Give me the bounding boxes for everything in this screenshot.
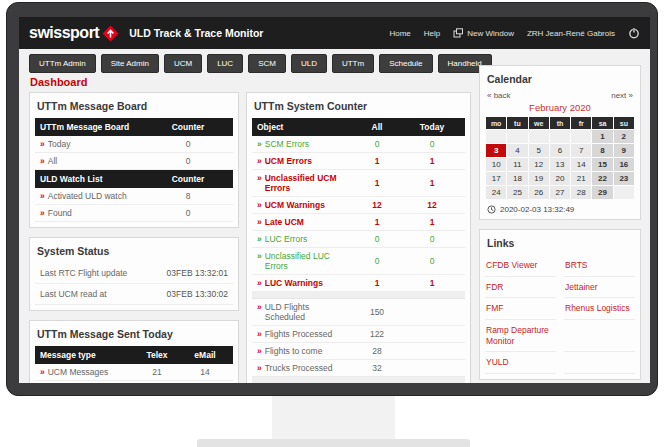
row-link[interactable]: SCM Errors	[265, 139, 309, 149]
weekday-header: sa	[592, 117, 612, 129]
table-row: Today 0	[35, 136, 233, 153]
calendar-day[interactable]: 28	[571, 186, 591, 199]
table-row: UCM Messages 21 14	[35, 364, 233, 381]
link-rhenus-logistics[interactable]: Rhenus Logistics	[564, 298, 635, 320]
arrow-bullet-icon	[257, 217, 262, 227]
calendar-panel: Calendar « back next » February 2020 mo …	[479, 65, 641, 220]
row-link[interactable]: Today	[48, 139, 71, 149]
row-link[interactable]: LUC Errors	[265, 234, 308, 244]
table-header: Object All Today	[252, 118, 465, 136]
row-link[interactable]: Found	[48, 208, 72, 218]
arrow-bullet-icon	[257, 156, 262, 166]
calendar-day[interactable]: 8	[592, 144, 612, 157]
link-yuld[interactable]: YULD	[485, 352, 556, 374]
timestamp-text: 2020-02-03 13:32:49	[500, 205, 574, 214]
calendar-back-link[interactable]: « back	[487, 91, 511, 100]
table-row: All 0	[35, 153, 233, 170]
calendar-day[interactable]: 1	[592, 130, 612, 143]
calendar-day[interactable]: 27	[550, 186, 570, 199]
tab-schedule[interactable]: Schedule	[379, 54, 432, 73]
tab-luc[interactable]: LUC	[207, 54, 243, 73]
calendar-day[interactable]: 25	[507, 186, 527, 199]
table-row: Late UCM 1 1	[252, 214, 465, 231]
home-link[interactable]: Home	[389, 29, 410, 38]
calendar-day[interactable]: 18	[507, 172, 527, 185]
calendar-day[interactable]: 17	[486, 172, 506, 185]
message-sent-panel: UTTm Message Sent Today Message type Tel…	[29, 320, 239, 383]
row-value: 1	[404, 217, 460, 227]
column-header: Counter	[148, 122, 228, 132]
calendar-day[interactable]: 9	[614, 144, 634, 157]
row-value: 0	[148, 139, 228, 149]
table-header: UTTm Message Board Counter	[35, 118, 233, 136]
calendar-timestamp: 2020-02-03 13:32:49	[485, 205, 635, 214]
calendar-day[interactable]: 7	[571, 144, 591, 157]
row-link[interactable]: UCM Warnings	[265, 200, 325, 210]
link-jettainer[interactable]: Jettainer	[564, 277, 635, 299]
row-value: 1	[350, 156, 404, 166]
calendar-month-label: February 2020	[485, 102, 635, 113]
calendar-day-selected[interactable]: 3	[486, 144, 506, 157]
row-link[interactable]: All	[48, 156, 57, 166]
link-fmf[interactable]: FMF	[485, 298, 556, 320]
status-value: 03FEB 13:32:01	[167, 268, 228, 278]
calendar-day[interactable]: 24	[486, 186, 506, 199]
screen: swissport ULD Track & Trace Monitor Home…	[19, 17, 650, 383]
column-header: Object	[257, 122, 350, 132]
link-ramp-departure-monitor[interactable]: Ramp Departure Monitor	[485, 320, 556, 352]
calendar-day-empty	[571, 130, 591, 143]
panel-title: Calendar	[485, 71, 635, 91]
monitor-bezel: swissport ULD Track & Trace Monitor Home…	[6, 2, 658, 396]
row-value: 1	[404, 278, 460, 288]
calendar-day[interactable]: 4	[507, 144, 527, 157]
calendar-day[interactable]: 29	[592, 186, 612, 199]
calendar-day[interactable]: 21	[571, 172, 591, 185]
row-link[interactable]: Flights to come	[265, 346, 323, 356]
tab-ucm[interactable]: UCM	[164, 54, 202, 73]
calendar-next-link[interactable]: next »	[611, 91, 633, 100]
calendar-day[interactable]: 5	[529, 144, 549, 157]
help-link[interactable]: Help	[424, 29, 440, 38]
panel-title: UTTm Message Sent Today	[35, 326, 233, 346]
weekday-header: su	[614, 117, 634, 129]
link-brts[interactable]: BRTS	[564, 255, 635, 277]
link-cfdb-viewer[interactable]: CFDB Viewer	[485, 255, 556, 277]
row-link[interactable]: Unclassified UCM Errors	[265, 173, 350, 193]
tab-scm[interactable]: SCM	[248, 54, 286, 73]
row-link[interactable]: UCM Messages	[48, 367, 108, 377]
middle-column: UTTm System Counter Object All Today SCM…	[246, 92, 471, 383]
calendar-day[interactable]: 6	[550, 144, 570, 157]
calendar-day[interactable]: 14	[571, 158, 591, 171]
calendar-day[interactable]: 11	[507, 158, 527, 171]
tab-uttm[interactable]: UTTm	[332, 54, 374, 73]
calendar-day[interactable]: 26	[529, 186, 549, 199]
calendar-day[interactable]: 2	[614, 130, 634, 143]
row-link[interactable]: UCM Errors	[265, 156, 312, 166]
arrow-bullet-icon	[257, 139, 262, 149]
row-link[interactable]: LUC Warnings	[265, 278, 323, 288]
tab-uld[interactable]: ULD	[291, 54, 327, 73]
calendar-day[interactable]: 13	[550, 158, 570, 171]
row-link[interactable]: Unclassified LUC Errors	[265, 251, 350, 271]
new-window-link[interactable]: New Window	[453, 28, 514, 38]
row-link[interactable]: Flights Processed	[265, 329, 333, 339]
calendar-day[interactable]: 12	[529, 158, 549, 171]
row-link[interactable]: ULD Flights Scheduled	[265, 302, 350, 322]
power-icon[interactable]	[628, 27, 640, 39]
calendar-day[interactable]: 23	[614, 172, 634, 185]
calendar-day[interactable]: 15	[592, 158, 612, 171]
calendar-day[interactable]: 20	[550, 172, 570, 185]
row-link[interactable]: Trucks Processed	[265, 363, 333, 373]
clock-icon	[487, 205, 496, 214]
calendar-day[interactable]: 22	[592, 172, 612, 185]
row-link[interactable]: Late UCM	[265, 217, 304, 227]
link-fdr[interactable]: FDR	[485, 277, 556, 299]
row-link[interactable]: Activated ULD watch	[48, 191, 127, 201]
calendar-day[interactable]: 16	[614, 158, 634, 171]
swissport-logo: swissport	[29, 24, 99, 42]
calendar-day[interactable]: 19	[529, 172, 549, 185]
tab-site-admin[interactable]: Site Admin	[101, 54, 159, 73]
weekday-header: fr	[571, 117, 591, 129]
tab-uttm-admin[interactable]: UTTm Admin	[29, 54, 96, 73]
calendar-day[interactable]: 10	[486, 158, 506, 171]
